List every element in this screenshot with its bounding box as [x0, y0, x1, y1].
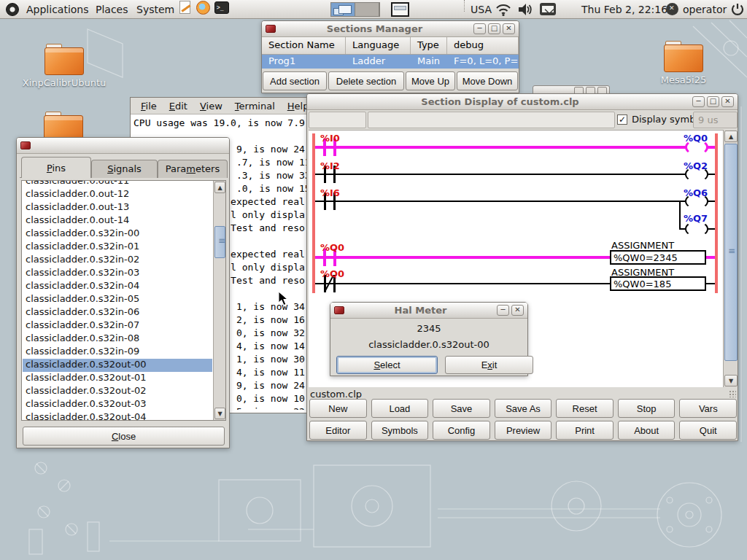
terminal-menu-item[interactable]: Edit — [169, 101, 187, 112]
tab-signals[interactable]: Signals — [91, 160, 158, 178]
pin-list-item[interactable]: classicladder.0.s32out-03 — [23, 398, 212, 411]
hal-app-icon[interactable] — [20, 141, 31, 149]
pins-list[interactable]: classicladder.0.out-11classicladder.0.ou… — [21, 180, 226, 421]
pin-list-item[interactable]: classicladder.0.s32in-05 — [23, 293, 212, 306]
workspace-1[interactable] — [331, 3, 355, 16]
section-row-selected[interactable]: Prog1 Ladder Main F=0, L=0, P= — [262, 55, 519, 69]
menu-applications[interactable]: Applications — [26, 0, 89, 18]
pin-list-item[interactable]: classicladder.0.out-14 — [23, 214, 212, 228]
maximize-button[interactable]: □ — [707, 96, 719, 107]
scroll-down-button[interactable]: ▼ — [724, 375, 738, 386]
pin-list-item[interactable]: classicladder.0.out-11 — [23, 180, 212, 188]
column-debug[interactable]: debug — [447, 37, 519, 54]
section-info-field[interactable] — [368, 112, 615, 128]
pin-list-item[interactable]: classicladder.0.s32out-00 — [23, 359, 212, 372]
scroll-up-button[interactable]: ▲ — [724, 131, 738, 142]
minimize-button[interactable]: ─ — [497, 305, 509, 316]
select-button[interactable]: Select — [336, 356, 438, 374]
close-button[interactable]: ✕ — [721, 96, 734, 107]
pin-list-item[interactable]: classicladder.0.s32in-04 — [23, 280, 212, 293]
power-icon[interactable] — [729, 0, 746, 18]
minimize-button[interactable]: ─ — [692, 96, 705, 107]
pin-list-item[interactable]: classicladder.0.s32in-00 — [23, 228, 212, 241]
text-editor-icon[interactable] — [177, 0, 192, 15]
ladder-vertical-scrollbar[interactable]: ▲ ▼ — [723, 130, 738, 387]
pin-list-item[interactable]: classicladder.0.out-12 — [23, 188, 212, 201]
workspace-switcher[interactable] — [330, 0, 380, 18]
scrollbar-handle[interactable] — [724, 144, 738, 361]
sections-manager-titlebar[interactable]: Sections Manager ─ □ ✕ — [262, 21, 519, 37]
column-type[interactable]: Type — [411, 37, 447, 54]
show-desktop-button[interactable] — [391, 0, 409, 18]
scroll-down-button[interactable]: ▼ — [214, 408, 225, 419]
scrollbar-handle[interactable] — [214, 226, 225, 258]
display-symbols-checkbox[interactable]: ✓ — [617, 114, 627, 125]
wifi-icon[interactable] — [495, 0, 511, 18]
section-display-button[interactable]: Print — [556, 421, 614, 440]
section-display-titlebar[interactable]: Section Display of custom.clp ─ □ ✕ — [307, 94, 738, 110]
pin-list-item[interactable]: classicladder.0.s32in-02 — [23, 254, 212, 267]
section-display-button[interactable]: Quit — [679, 421, 737, 440]
resize-grip[interactable] — [729, 390, 736, 397]
close-button[interactable]: ✕ — [511, 305, 524, 316]
column-section-name[interactable]: Section Name — [262, 37, 346, 54]
pin-list-item[interactable]: classicladder.0.s32in-01 — [23, 241, 212, 254]
keyboard-layout-indicator[interactable]: USA — [471, 0, 492, 18]
exit-button[interactable]: Exit — [445, 356, 533, 374]
classicladder-app-icon[interactable] — [266, 25, 276, 33]
move-down-button[interactable]: Move Down — [457, 71, 518, 90]
distributor-logo-icon[interactable] — [6, 0, 19, 18]
close-button[interactable]: Close — [23, 427, 225, 446]
column-language[interactable]: Language — [346, 37, 411, 54]
pin-list-item[interactable]: classicladder.0.s32in-07 — [23, 319, 212, 332]
terminal-launcher-icon[interactable]: >_ — [214, 0, 229, 15]
menu-places[interactable]: Places — [96, 0, 128, 18]
scroll-up-button[interactable]: ▲ — [214, 182, 225, 193]
sections-table-header[interactable]: Section Name Language Type debug — [262, 37, 519, 55]
pin-list-item[interactable]: classicladder.0.s32in-06 — [23, 306, 212, 319]
terminal-menu-item[interactable]: File — [141, 101, 157, 112]
maximize-button[interactable]: □ — [488, 23, 500, 34]
section-display-button[interactable]: New — [309, 399, 367, 418]
terminal-menu-item[interactable]: Help — [287, 101, 309, 112]
minimize-button[interactable]: ─ — [473, 23, 486, 34]
section-display-button[interactable]: Vars — [679, 399, 737, 418]
section-display-button[interactable]: Config — [433, 421, 490, 440]
pins-scrollbar[interactable]: ▲ ▼ — [213, 181, 225, 420]
delete-section-button[interactable]: Delete section — [328, 71, 404, 90]
menu-system[interactable]: System — [136, 0, 174, 18]
section-display-button[interactable]: Editor — [309, 421, 367, 440]
desktop-icon-mesa5i25[interactable]: Mesa5i25 — [640, 41, 727, 85]
workspace-2[interactable] — [355, 3, 379, 16]
volume-icon[interactable] — [516, 0, 533, 18]
section-display-button[interactable]: About — [618, 421, 676, 440]
section-display-button[interactable]: Save — [433, 399, 490, 418]
tab-pins[interactable]: Pins — [21, 157, 91, 178]
hal-meter-titlebar[interactable]: Hal Meter ─ ✕ — [330, 303, 527, 319]
desktop-icon-xinpcalibrubuntu[interactable]: XinpCalibrUbuntu — [7, 44, 121, 88]
pin-list-item[interactable]: classicladder.0.s32in-08 — [23, 332, 212, 346]
section-display-button[interactable]: Load — [371, 399, 429, 418]
user-name[interactable]: operator — [683, 0, 727, 18]
section-display-button[interactable]: Symbols — [371, 421, 429, 440]
terminal-menu-item[interactable]: Terminal — [235, 101, 275, 112]
add-section-button[interactable]: Add section — [263, 71, 327, 90]
section-selector-field[interactable] — [309, 112, 366, 128]
mail-icon[interactable] — [540, 0, 556, 18]
section-display-button[interactable]: Save As — [495, 399, 552, 418]
hal-config-titlebar[interactable] — [17, 138, 229, 154]
terminal-menu-item[interactable]: View — [200, 101, 222, 112]
move-up-button[interactable]: Move Up — [406, 71, 455, 90]
close-button[interactable]: ✕ — [503, 23, 515, 34]
pin-list-item[interactable]: classicladder.0.out-13 — [23, 201, 212, 214]
section-display-button[interactable]: Stop — [618, 399, 676, 418]
pin-list-item[interactable]: classicladder.0.s32in-09 — [23, 346, 212, 359]
section-display-button[interactable]: Reset — [556, 399, 614, 418]
firefox-icon[interactable] — [196, 0, 210, 15]
hal-meter-icon[interactable] — [334, 306, 344, 314]
pin-list-item[interactable]: classicladder.0.s32in-03 — [23, 267, 212, 280]
pin-list-item[interactable]: classicladder.0.s32out-02 — [23, 385, 212, 398]
user-switcher-icon[interactable] — [666, 0, 678, 18]
section-display-button[interactable]: Preview — [495, 421, 552, 440]
tab-parameters[interactable]: Parameters — [158, 160, 228, 178]
